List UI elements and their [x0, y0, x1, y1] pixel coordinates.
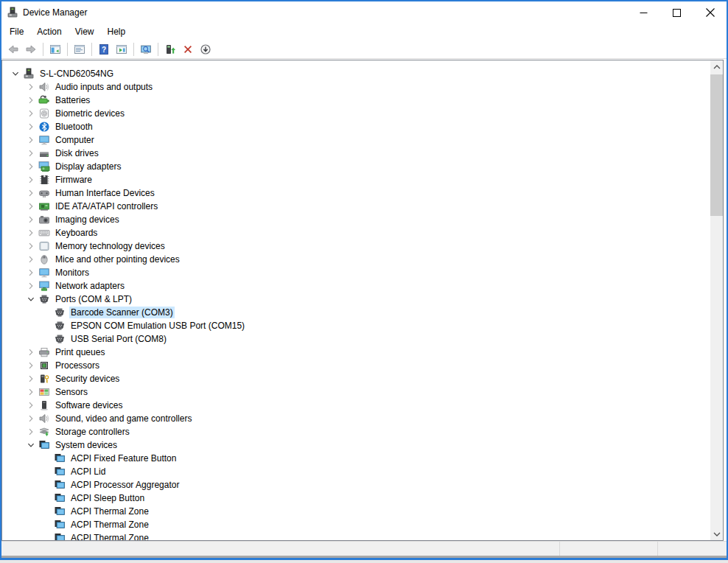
tree-item-label[interactable]: Security devices — [54, 373, 121, 385]
tree-row[interactable]: ACPI Sleep Button — [2, 492, 710, 505]
tree-item-label[interactable]: Sensors — [54, 386, 89, 398]
tree-item-label[interactable]: Memory technology devices — [54, 240, 167, 252]
collapse-chevron-icon[interactable] — [25, 293, 37, 305]
show-console-tree-button[interactable] — [47, 41, 63, 57]
tree-item-label[interactable]: ACPI Processor Aggregator — [69, 479, 181, 491]
tree-row[interactable]: Biometric devices — [2, 107, 710, 120]
tree-row[interactable]: Bluetooth — [2, 120, 710, 133]
tree-item-label[interactable]: Mice and other pointing devices — [54, 253, 181, 265]
minimize-button[interactable] — [627, 1, 660, 24]
tree-row[interactable]: IDE ATA/ATAPI controllers — [2, 200, 710, 213]
tree-row[interactable]: Processors — [2, 359, 710, 372]
expand-chevron-icon[interactable] — [25, 267, 37, 279]
tree-item-label[interactable]: Barcode Scanner (COM3) — [69, 307, 175, 318]
tree-row[interactable]: Ports (COM & LPT) — [2, 293, 710, 306]
scan-hardware-changes-button[interactable] — [138, 41, 154, 57]
expand-chevron-icon[interactable] — [25, 346, 37, 358]
expand-chevron-icon[interactable] — [25, 94, 37, 106]
tree-row[interactable]: S-L-CND62054NG — [2, 67, 710, 80]
tree-item-label[interactable]: Sound, video and game controllers — [54, 413, 193, 424]
tree-row[interactable]: ACPI Thermal Zone — [2, 531, 710, 540]
tree-row[interactable]: Security devices — [2, 372, 710, 385]
scroll-up-button[interactable] — [710, 60, 723, 73]
scroll-down-button[interactable] — [710, 528, 723, 540]
expand-chevron-icon[interactable] — [25, 253, 37, 265]
tree-item-label[interactable]: Batteries — [54, 94, 91, 106]
tree-row[interactable]: Print queues — [2, 346, 710, 359]
collapse-chevron-icon[interactable] — [25, 439, 37, 451]
tree-item-label[interactable]: ACPI Lid — [69, 466, 107, 478]
update-driver-button[interactable] — [162, 41, 178, 57]
tree-item-label[interactable]: ACPI Sleep Button — [69, 492, 146, 504]
expand-chevron-icon[interactable] — [25, 121, 37, 133]
tree-item-label[interactable]: Bluetooth — [54, 121, 94, 133]
tree-item-label[interactable]: EPSON COM Emulation USB Port (COM15) — [69, 320, 246, 332]
tree-item-label[interactable]: S-L-CND62054NG — [38, 68, 115, 80]
tree-item-label[interactable]: ACPI Fixed Feature Button — [69, 452, 178, 464]
tree-item-label[interactable]: ACPI Thermal Zone — [69, 506, 150, 517]
menu-item-help[interactable]: Help — [101, 24, 133, 39]
tree-row[interactable]: Human Interface Devices — [2, 186, 710, 200]
tree-item-label[interactable]: Ports (COM & LPT) — [54, 293, 133, 305]
properties-button[interactable] — [71, 41, 88, 57]
tree-row[interactable]: EPSON COM Emulation USB Port (COM15) — [2, 319, 710, 332]
scrollbar-thumb[interactable] — [710, 74, 723, 216]
tree-row[interactable]: Firmware — [2, 173, 710, 186]
expand-chevron-icon[interactable] — [25, 81, 37, 93]
tree-row[interactable]: ACPI Thermal Zone — [2, 518, 710, 531]
menu-item-action[interactable]: Action — [30, 24, 68, 39]
expand-chevron-icon[interactable] — [25, 227, 37, 239]
expand-chevron-icon[interactable] — [25, 413, 37, 424]
collapse-chevron-icon[interactable] — [10, 68, 21, 80]
tree-row[interactable]: Disk drives — [2, 147, 710, 160]
show-action-pane-button[interactable] — [113, 41, 130, 57]
expand-chevron-icon[interactable] — [25, 187, 37, 199]
tree-item-label[interactable]: Disk drives — [54, 147, 100, 159]
tree-row[interactable]: Computer — [2, 133, 710, 147]
tree-item-label[interactable]: Keyboards — [54, 227, 99, 239]
tree-row[interactable]: Monitors — [2, 266, 710, 279]
tree-row[interactable]: System devices — [2, 438, 710, 452]
expand-chevron-icon[interactable] — [25, 280, 37, 292]
tree-row[interactable]: Storage controllers — [2, 425, 710, 438]
tree-row[interactable]: ACPI Processor Aggregator — [2, 478, 710, 492]
tree-item-label[interactable]: ACPI Thermal Zone — [69, 532, 150, 540]
disable-device-button[interactable] — [197, 41, 214, 57]
tree-row[interactable]: Imaging devices — [2, 213, 710, 226]
expand-chevron-icon[interactable] — [25, 134, 37, 146]
tree-row[interactable]: Mice and other pointing devices — [2, 253, 710, 266]
menu-item-view[interactable]: View — [69, 24, 101, 39]
tree-item-label[interactable]: Print queues — [54, 346, 106, 358]
expand-chevron-icon[interactable] — [25, 108, 37, 119]
tree-row[interactable]: Audio inputs and outputs — [2, 80, 710, 94]
tree-row[interactable]: Keyboards — [2, 226, 710, 239]
menu-item-file[interactable]: File — [3, 24, 30, 39]
expand-chevron-icon[interactable] — [25, 174, 37, 186]
tree-item-label[interactable]: Storage controllers — [54, 426, 131, 438]
tree-item-label[interactable]: Biometric devices — [54, 108, 126, 119]
tree-row[interactable]: ACPI Thermal Zone — [2, 505, 710, 518]
expand-chevron-icon[interactable] — [25, 373, 37, 385]
tree-row[interactable]: ACPI Fixed Feature Button — [2, 452, 710, 465]
tree-item-label[interactable]: IDE ATA/ATAPI controllers — [54, 200, 159, 212]
tree-row[interactable]: Sound, video and game controllers — [2, 412, 710, 425]
tree-item-label[interactable]: USB Serial Port (COM8) — [69, 333, 168, 345]
help-button[interactable]: ? — [96, 41, 112, 57]
tree-row[interactable]: USB Serial Port (COM8) — [2, 332, 710, 346]
expand-chevron-icon[interactable] — [25, 360, 37, 371]
expand-chevron-icon[interactable] — [25, 386, 37, 398]
expand-chevron-icon[interactable] — [25, 214, 37, 225]
tree-row[interactable]: Memory technology devices — [2, 239, 710, 253]
tree-row[interactable]: Barcode Scanner (COM3) — [2, 306, 710, 319]
expand-chevron-icon[interactable] — [25, 147, 37, 159]
tree-item-label[interactable]: Computer — [54, 134, 96, 146]
tree-row[interactable]: ACPI Lid — [2, 465, 710, 478]
expand-chevron-icon[interactable] — [25, 399, 37, 411]
close-button[interactable] — [693, 1, 727, 24]
uninstall-device-button[interactable] — [180, 41, 196, 57]
tree-row[interactable]: Network adapters — [2, 279, 710, 293]
tree-item-label[interactable]: Software devices — [54, 399, 124, 411]
tree-item-label[interactable]: Processors — [54, 360, 101, 371]
tree-item-label[interactable]: Monitors — [54, 267, 91, 279]
tree-item-label[interactable]: Network adapters — [54, 280, 126, 292]
